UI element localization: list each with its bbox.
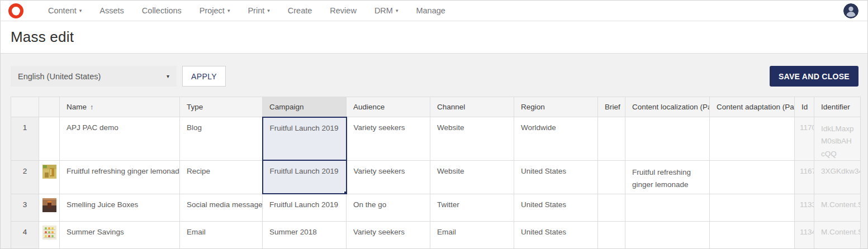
user-avatar[interactable] xyxy=(843,3,858,18)
cell-content-localization[interactable] xyxy=(625,221,710,248)
cell-brief[interactable] xyxy=(598,117,625,161)
cell-channel[interactable]: Website xyxy=(430,160,514,194)
title-bar: Mass edit xyxy=(1,21,867,54)
chevron-down-icon: ▾ xyxy=(167,74,169,79)
language-select[interactable]: English (United States) ▾ xyxy=(11,66,177,87)
col-header-identifier[interactable]: Identifier xyxy=(814,97,861,117)
col-header-region[interactable]: Region xyxy=(514,97,598,117)
cell-campaign[interactable]: Fruitful Launch 2019 xyxy=(263,194,347,221)
cell-type[interactable]: Social media message xyxy=(180,194,263,221)
top-nav: Content ▾ Assets Collections Project ▾ P… xyxy=(1,1,867,21)
thumbnail-cell xyxy=(39,117,60,161)
nav-item-label: Manage xyxy=(416,6,445,15)
nav-item-print[interactable]: Print ▾ xyxy=(239,1,278,21)
col-header-brief[interactable]: Brief xyxy=(598,97,625,117)
cell-region[interactable]: United States xyxy=(514,160,598,194)
cell-brief[interactable] xyxy=(598,221,625,248)
page-title: Mass edit xyxy=(11,28,74,46)
cell-content-adaptation[interactable] xyxy=(710,117,795,161)
cell-name[interactable]: APJ PAC demo xyxy=(60,117,180,161)
nav-item-assets[interactable]: Assets xyxy=(91,1,133,21)
nav-item-drm[interactable]: DRM ▾ xyxy=(366,1,407,21)
nav-item-label: DRM xyxy=(374,6,393,15)
cell-type[interactable]: Blog xyxy=(180,117,263,161)
nav-item-create[interactable]: Create xyxy=(279,1,321,21)
row-number[interactable]: 2 xyxy=(11,160,39,194)
cell-audience[interactable]: Variety seekers xyxy=(347,160,430,194)
cell-type[interactable]: Recipe xyxy=(180,160,263,194)
nav-item-project[interactable]: Project ▾ xyxy=(191,1,239,21)
cell-name[interactable]: Smelling Juice Boxes xyxy=(60,194,180,221)
nav-item-label: Project xyxy=(200,6,225,15)
thumbnail-cell xyxy=(39,194,60,221)
cell-id: 11705 xyxy=(795,117,814,161)
apply-button[interactable]: APPLY xyxy=(182,66,226,87)
thumbnail-cell xyxy=(39,221,60,248)
nav-item-manage[interactable]: Manage xyxy=(407,1,454,21)
save-and-close-button[interactable]: SAVE AND CLOSE xyxy=(770,66,858,87)
app-logo-icon[interactable] xyxy=(8,3,23,18)
thumbnail-ginger-lemonade xyxy=(42,165,56,179)
cell-campaign[interactable]: Summer 2018 xyxy=(263,221,347,248)
cell-type[interactable]: Email xyxy=(180,221,263,248)
cell-brief[interactable] xyxy=(598,160,625,194)
nav-item-label: Review xyxy=(330,6,357,15)
header-row: Name↑ Type Campaign Audience Channel Reg… xyxy=(11,97,861,117)
cell-channel[interactable]: Email xyxy=(430,221,514,248)
cell-region[interactable]: United States xyxy=(514,194,598,221)
table-row: 3 Smelling Juice Boxes Social media mess… xyxy=(11,194,861,221)
mass-edit-screen: Content ▾ Assets Collections Project ▾ P… xyxy=(0,0,868,249)
fill-handle[interactable] xyxy=(344,191,347,194)
col-header-name[interactable]: Name↑ xyxy=(60,97,180,117)
nav-item-review[interactable]: Review xyxy=(321,1,366,21)
nav-item-label: Collections xyxy=(142,6,182,15)
cell-content-adaptation[interactable] xyxy=(710,221,795,248)
table-row: 4 Summer Savings Email xyxy=(11,221,861,248)
nav-item-label: Create xyxy=(288,6,312,15)
cell-brief[interactable] xyxy=(598,194,625,221)
col-header-audience[interactable]: Audience xyxy=(347,97,430,117)
cell-content-localization[interactable] xyxy=(625,194,710,221)
nav-item-label: Content xyxy=(48,6,77,15)
col-header-campaign[interactable]: Campaign xyxy=(263,97,347,117)
col-header-channel[interactable]: Channel xyxy=(430,97,514,117)
cell-content-adaptation[interactable] xyxy=(710,160,795,194)
cell-audience[interactable]: Variety seekers xyxy=(347,221,430,248)
nav-item-collections[interactable]: Collections xyxy=(133,1,191,21)
cell-campaign-selected[interactable]: Fruitful Launch 2019 xyxy=(263,160,347,194)
cell-region[interactable]: Worldwide xyxy=(514,117,598,161)
cell-identifier: M.Content.S xyxy=(814,194,861,221)
table-row: 1 APJ PAC demo Blog Fruitful Launch 2019… xyxy=(11,117,861,161)
col-header-id[interactable]: Id xyxy=(795,97,814,117)
sort-ascending-icon: ↑ xyxy=(90,103,94,111)
chevron-down-icon: ▾ xyxy=(396,8,399,13)
cell-value: Fruitful Launch 2019 xyxy=(270,167,339,175)
row-number[interactable]: 4 xyxy=(11,221,39,248)
cell-content-localization[interactable] xyxy=(625,117,710,161)
cell-id: 11347 xyxy=(795,221,814,248)
col-header-thumbnail xyxy=(39,97,60,117)
nav-right xyxy=(843,3,858,18)
cell-identifier: 3XGKdkw34B xyxy=(814,160,861,194)
nav-item-content[interactable]: Content ▾ xyxy=(39,1,91,21)
col-header-rownum xyxy=(11,97,39,117)
cell-region[interactable]: United States xyxy=(514,221,598,248)
cell-content-adaptation[interactable] xyxy=(710,194,795,221)
cell-campaign-selected[interactable]: Fruitful Launch 2019 xyxy=(263,117,347,161)
cell-channel[interactable]: Twitter xyxy=(430,194,514,221)
row-number[interactable]: 1 xyxy=(11,117,39,161)
cell-content-localization[interactable]: Fruitful refreshing ginger lemonade xyxy=(625,160,710,194)
col-header-type[interactable]: Type xyxy=(180,97,263,117)
col-header-content-adaptation[interactable]: Content adaptation (Par xyxy=(710,97,795,117)
cell-channel[interactable]: Website xyxy=(430,117,514,161)
row-number[interactable]: 3 xyxy=(11,194,39,221)
cell-audience[interactable]: On the go xyxy=(347,194,430,221)
col-header-label: Name xyxy=(67,103,87,111)
cell-id: 11678 xyxy=(795,160,814,194)
cell-id: 11335 xyxy=(795,194,814,221)
cell-name[interactable]: Summer Savings xyxy=(60,221,180,248)
cell-audience[interactable]: Variety seekers xyxy=(347,117,430,161)
chevron-down-icon: ▾ xyxy=(227,8,230,13)
cell-name[interactable]: Fruitful refreshing ginger lemonade xyxy=(60,160,180,194)
col-header-content-localization[interactable]: Content localization (Par xyxy=(625,97,710,117)
